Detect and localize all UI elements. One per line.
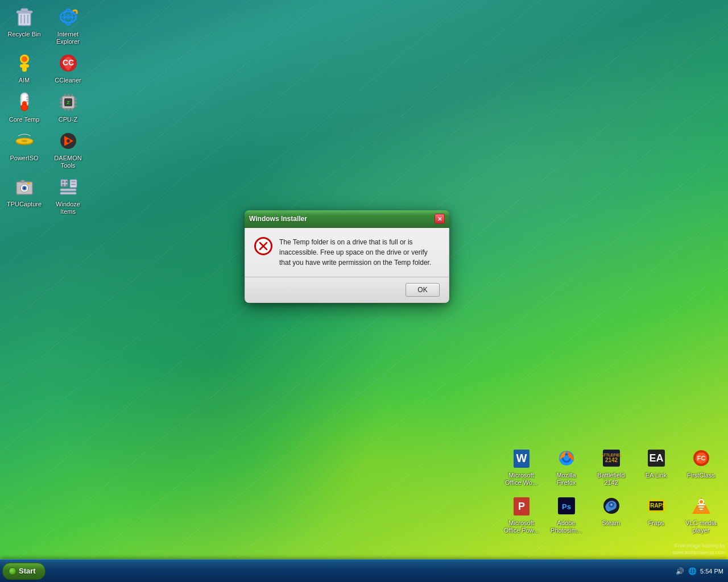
dialog-message: The Temp folder is on a drive that is fu…: [279, 237, 440, 268]
svg-rect-34: [64, 94, 66, 96]
battlefield-icon: BATTLEFIELD 2142: [599, 446, 623, 470]
desktop-icon-poweriso[interactable]: PowerISO: [3, 127, 46, 172]
desktop-icons-bottom-right: W Microsoft Office Wo... Mozilla Firefox: [500, 444, 722, 537]
ccleaner-icon: CC: [56, 51, 80, 75]
dialog-close-button[interactable]: ✕: [435, 214, 445, 224]
poweriso-icon: [13, 129, 36, 153]
desktop-icon-core-temp[interactable]: Core Temp: [3, 88, 46, 126]
desktop-icon-firstclass[interactable]: FC FirstClass: [680, 444, 722, 489]
svg-rect-54: [62, 184, 64, 186]
steam-icon: [599, 494, 623, 518]
fraps-icon: FRAPS: [644, 494, 668, 518]
svg-rect-57: [60, 192, 76, 194]
svg-rect-88: [700, 509, 703, 510]
start-label: Start: [19, 567, 36, 575]
vlc-label: VLC media player: [682, 519, 720, 534]
svg-rect-56: [60, 189, 76, 191]
svg-point-21: [21, 104, 28, 111]
svg-rect-52: [62, 181, 64, 183]
svg-rect-33: [75, 105, 77, 107]
svg-rect-59: [71, 181, 76, 182]
daemon-tools-label: DAEMON Tools: [49, 155, 87, 169]
desktop-icons-left: Recycle Bin Internet Explorer: [3, 3, 89, 218]
core-temp-icon: [13, 90, 36, 114]
watermark: Free image hosting by www.techpowerup.co…: [672, 542, 725, 556]
svg-rect-37: [64, 109, 66, 111]
desktop-icon-photoshop[interactable]: Ps Adobe Photosim...: [545, 492, 588, 537]
svg-rect-60: [71, 184, 76, 185]
battlefield-label: Battlefield 2142: [592, 472, 630, 487]
svg-rect-36: [71, 94, 73, 96]
ccleaner-label: CCleaner: [55, 77, 81, 84]
desktop-icon-fraps[interactable]: FRAPS Fraps: [635, 492, 677, 537]
desktop-icon-recycle-bin[interactable]: Recycle Bin: [3, 3, 46, 48]
firstclass-icon: FC: [689, 446, 713, 470]
cpu-z-label: CPU-Z: [59, 116, 78, 123]
svg-text:EA: EA: [649, 452, 663, 464]
dialog-ok-button[interactable]: OK: [406, 283, 440, 297]
desktop-icon-ea-link[interactable]: EA EA Link: [635, 444, 677, 489]
svg-rect-28: [60, 98, 62, 100]
desktop-icon-aim[interactable]: AIM: [3, 49, 46, 86]
tpu-capture-icon: [13, 175, 36, 199]
svg-point-44: [67, 139, 70, 143]
taskbar-right: 🔊 🌐 5:54 PM: [675, 567, 726, 576]
firefox-icon: [555, 446, 578, 470]
ms-powerpoint-label: Microsoft Office Pow...: [502, 519, 540, 534]
desktop-icon-ms-powerpoint[interactable]: P Microsoft Office Pow...: [500, 492, 543, 537]
desktop-icon-tpu-capture[interactable]: TPUCapture: [3, 173, 46, 218]
ea-link-icon: EA: [644, 446, 668, 470]
desktop-icon-cpu-z[interactable]: Z CPU-Z: [47, 88, 89, 126]
desktop-icon-ccleaner[interactable]: CC CCleaner: [47, 49, 89, 86]
firefox-label: Mozilla Firefox: [547, 472, 585, 487]
svg-text:FC: FC: [697, 455, 705, 462]
desktop-icon-ie[interactable]: Internet Explorer: [47, 3, 89, 48]
bottom-right-row-2: P Microsoft Office Pow... Ps Adobe Photo…: [500, 492, 722, 537]
svg-point-89: [699, 500, 704, 504]
svg-point-48: [23, 187, 26, 189]
recycle-bin-label: Recycle Bin: [7, 31, 40, 38]
svg-text:P: P: [518, 501, 524, 512]
dialog-body: The Temp folder is on a drive that is fu…: [245, 228, 449, 277]
svg-rect-31: [75, 98, 77, 100]
tpu-capture-label: TPUCapture: [7, 201, 42, 208]
desktop-icon-firefox[interactable]: Mozilla Firefox: [545, 444, 588, 489]
dialog-controls: ✕: [435, 214, 445, 224]
bottom-right-row-1: W Microsoft Office Wo... Mozilla Firefox: [500, 444, 722, 489]
watermark-line2: www.techpowerup.com: [672, 549, 725, 556]
windows-installer-dialog: Windows Installer ✕ The Temp folder is o…: [245, 210, 449, 303]
start-button[interactable]: Start: [2, 563, 46, 580]
desktop-icon-vlc[interactable]: VLC media player: [680, 492, 722, 537]
svg-rect-29: [60, 102, 62, 103]
svg-rect-39: [71, 109, 73, 111]
steam-label: Steam: [602, 519, 621, 527]
ms-word-icon: W: [510, 446, 533, 470]
desktop-icon-ms-word[interactable]: W Microsoft Office Wo...: [500, 444, 543, 489]
desktop-icon-battlefield[interactable]: BATTLEFIELD 2142 Battlefield 2142: [590, 444, 632, 489]
desktop-icon-daemon-tools[interactable]: DAEMON Tools: [47, 127, 89, 172]
recycle-bin-icon: [13, 5, 36, 29]
svg-rect-87: [698, 506, 704, 508]
svg-point-42: [22, 140, 27, 142]
tray-volume-icon[interactable]: 🔊: [675, 567, 684, 576]
svg-text:Z: Z: [67, 100, 69, 105]
poweriso-label: PowerISO: [10, 155, 38, 162]
firstclass-label: FirstClass: [687, 472, 715, 479]
system-clock[interactable]: 5:54 PM: [700, 568, 723, 575]
svg-text:W: W: [516, 452, 527, 464]
desktop-icon-windoze-items[interactable]: Windoze Items: [47, 173, 89, 218]
desktop-icon-steam[interactable]: Steam: [590, 492, 632, 537]
core-temp-label: Core Temp: [9, 116, 40, 123]
svg-text:BATTLEFIELD: BATTLEFIELD: [601, 453, 622, 457]
ie-icon: [56, 5, 80, 29]
photoshop-label: Adobe Photosim...: [547, 519, 585, 534]
ms-powerpoint-icon: P: [510, 494, 533, 518]
svg-point-15: [26, 64, 29, 68]
dialog-footer: OK: [245, 277, 449, 303]
error-icon: [254, 237, 272, 255]
photoshop-icon: Ps: [555, 494, 578, 518]
ms-word-label: Microsoft Office Wo...: [502, 472, 540, 487]
tray-network-icon[interactable]: 🌐: [688, 567, 697, 576]
svg-rect-35: [68, 94, 69, 96]
ie-label: Internet Explorer: [49, 31, 87, 45]
